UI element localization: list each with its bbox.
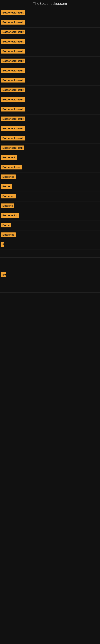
list-item: Bottle: [0, 221, 100, 230]
bottleneck-result-badge[interactable]: Bottleneck result: [1, 116, 25, 121]
bottleneck-result-badge[interactable]: Bottleneck result: [1, 49, 25, 54]
bottleneck-result-badge[interactable]: Bottleneck result: [1, 30, 25, 34]
list-item: Bottleneck result: [0, 66, 100, 76]
list-item: Bottleneck result: [0, 134, 100, 144]
bottleneck-result-badge[interactable]: Bottleneck resul: [1, 146, 24, 150]
separator-line: |: [1, 252, 1, 255]
list-item: Bottlene: [0, 202, 100, 211]
bottleneck-result-badge[interactable]: Bottleneck result: [1, 10, 25, 15]
bottleneck-result-badge[interactable]: B: [1, 242, 4, 247]
site-title: TheBottlenecker.com: [0, 0, 100, 8]
list-item: Bottleneck result: [0, 76, 100, 86]
list-item: Bottlenec: [0, 172, 100, 182]
bottleneck-result-badge[interactable]: Bottleneck result: [1, 126, 25, 131]
list-item: Bottleneck resul: [0, 144, 100, 153]
bottleneck-result-badge[interactable]: Bottlenec: [1, 194, 16, 198]
list-item: [0, 258, 100, 262]
site-title-container: TheBottlenecker.com: [0, 0, 100, 8]
bottleneck-result-badge[interactable]: Bottleneck r: [1, 213, 19, 218]
list-item: [0, 266, 100, 270]
list-item: Bottleneck res: [0, 163, 100, 172]
list-item: Bottleneck result: [0, 28, 100, 37]
bottleneck-result-badge[interactable]: Bottleneck result: [1, 88, 25, 92]
bottleneck-result-badge[interactable]: Bottlenec: [1, 232, 16, 237]
list-item: [0, 288, 100, 292]
bottleneck-result-badge[interactable]: Bottleneck result: [1, 78, 25, 82]
bottleneck-result-badge[interactable]: Bottleneck result: [1, 39, 25, 44]
bottleneck-result-badge[interactable]: Bottlenec: [1, 174, 16, 179]
list-item: Bottleneck result: [0, 114, 100, 124]
list-item: Bottleneck: [0, 153, 100, 163]
bottleneck-result-badge[interactable]: Bottleneck result: [1, 97, 25, 102]
list-item: Bottleneck result: [0, 105, 100, 114]
list-item: [0, 262, 100, 266]
bottleneck-result-badge[interactable]: Bottler: [1, 184, 12, 189]
list-item: [0, 292, 100, 297]
list-item: Bottleneck result: [0, 47, 100, 56]
list-item: Bottleneck result: [0, 18, 100, 28]
list-item: Bottleneck result: [0, 56, 100, 66]
bottleneck-result-badge[interactable]: Bottleneck result: [1, 136, 25, 140]
list-item: Bottlenec: [0, 230, 100, 240]
bottleneck-result-badge[interactable]: Bottle: [1, 223, 11, 228]
bottleneck-result-badge[interactable]: Bottlene: [1, 204, 14, 208]
bottleneck-result-badge[interactable]: Bottleneck result: [1, 68, 25, 73]
bottleneck-result-badge[interactable]: Bottleneck: [1, 155, 17, 160]
bottleneck-result-badge[interactable]: Bottleneck res: [1, 165, 22, 170]
list-item: Bottleneck result: [0, 124, 100, 134]
list-item: [0, 280, 100, 284]
list-item: Bottleneck result: [0, 86, 100, 95]
list-item: Bo: [0, 270, 100, 280]
list-item: Bottleneck r: [0, 211, 100, 221]
list-item: |: [0, 250, 100, 258]
rows-container: Bottleneck resultBottleneck resultBottle…: [0, 8, 100, 301]
bottleneck-result-badge[interactable]: Bo: [1, 272, 6, 277]
list-item: B: [0, 240, 100, 250]
list-item: Bottleneck result: [0, 8, 100, 18]
bottleneck-result-badge[interactable]: Bottleneck result: [1, 20, 25, 24]
list-item: Bottler: [0, 182, 100, 192]
list-item: [0, 284, 100, 288]
bottleneck-result-badge[interactable]: Bottleneck result: [1, 58, 25, 63]
list-item: Bottleneck result: [0, 95, 100, 105]
list-item: Bottlenec: [0, 192, 100, 202]
list-item: [0, 297, 100, 301]
bottleneck-result-badge[interactable]: Bottleneck result: [1, 107, 25, 112]
list-item: Bottleneck result: [0, 37, 100, 47]
